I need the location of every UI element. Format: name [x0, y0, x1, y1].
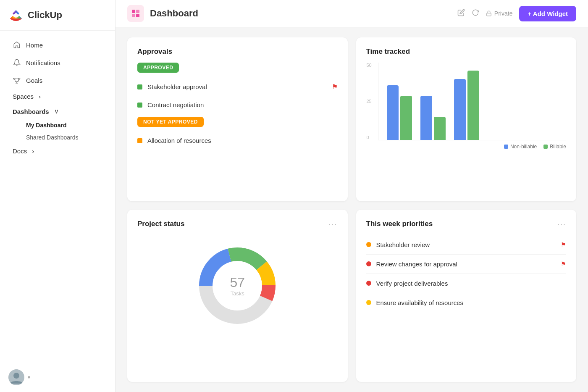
bar-green-1: [400, 96, 412, 140]
bar-group-1: [387, 85, 412, 140]
priority-item[interactable]: Stakeholder review ⚑: [366, 235, 567, 255]
pencil-icon[interactable]: [457, 9, 465, 18]
approval-item[interactable]: Stakeholder approval ⚑: [137, 78, 338, 96]
priority-item[interactable]: Review changes for approval ⚑: [366, 255, 567, 274]
shared-dashboards-label: Shared Dashboards: [26, 134, 79, 141]
header-actions: Private + Add Widget: [457, 6, 576, 21]
project-status-menu[interactable]: ···: [328, 220, 337, 229]
svg-rect-3: [136, 10, 139, 13]
avatar-chevron-icon: ▾: [28, 374, 30, 380]
privacy-label: Private: [494, 10, 513, 17]
y-label-0: 0: [367, 135, 376, 140]
chart-legend: Non-billable Billable: [366, 144, 567, 150]
home-icon: [13, 41, 21, 49]
project-status-header: Project status ···: [137, 220, 338, 229]
not-approved-badge: NOT YET APPROVED: [137, 117, 204, 127]
docs-label: Docs: [13, 147, 27, 155]
legend-billable-label: Billable: [550, 144, 566, 150]
priority-item[interactable]: Verify project deliverables: [366, 274, 567, 293]
dashboard-grid: Approvals APPROVED Stakeholder approval …: [116, 27, 588, 392]
donut-container: 57 Tasks: [137, 235, 338, 336]
y-label-25: 25: [367, 99, 376, 104]
legend-dot-green: [543, 145, 548, 149]
refresh-icon[interactable]: [472, 9, 479, 18]
bar-blue-3: [454, 79, 466, 140]
approvals-card: Approvals APPROVED Stakeholder approval …: [127, 37, 348, 201]
approved-dot: [137, 103, 142, 108]
privacy-indicator: Private: [486, 10, 513, 17]
bar-green-3: [467, 71, 479, 140]
approved-items-list: Stakeholder approval ⚑ Contract negotiat…: [137, 78, 338, 113]
sidebar-item-docs[interactable]: Docs ›: [3, 144, 112, 158]
approved-dot: [137, 84, 142, 89]
priorities-menu[interactable]: ···: [557, 220, 566, 229]
not-approved-items-list: Allocation of resources: [137, 132, 338, 149]
time-tracked-card: Time tracked 50 25 0: [356, 37, 577, 201]
sidebar: ClickUp Home Notifications Goals Spaces: [0, 0, 116, 392]
approved-badge: APPROVED: [137, 63, 179, 73]
approval-item-label: Contract negotiation: [147, 101, 204, 108]
spaces-chevron-icon: ›: [39, 93, 41, 100]
sidebar-item-goals[interactable]: Goals: [3, 72, 112, 89]
header: Dashboard Private + Add Widget: [116, 0, 588, 27]
priority-item[interactable]: Ensure availability of resources: [366, 293, 567, 312]
dashboard-header-icon: [127, 5, 144, 22]
priorities-list: Stakeholder review ⚑ Review changes for …: [366, 235, 567, 312]
legend-billable: Billable: [543, 144, 566, 150]
approval-item[interactable]: Contract negotiation: [137, 96, 338, 113]
priorities-title: This week priorities: [366, 220, 433, 228]
priority-label: Ensure availability of resources: [376, 299, 464, 306]
priority-label: Verify project deliverables: [376, 280, 448, 287]
time-chart: 50 25 0: [366, 63, 567, 155]
priority-label: Stakeholder review: [376, 241, 430, 248]
goals-label: Goals: [26, 77, 102, 84]
sidebar-logo[interactable]: ClickUp: [0, 0, 115, 31]
priorities-card: This week priorities ··· Stakeholder rev…: [356, 210, 577, 382]
spaces-label: Spaces: [13, 93, 34, 100]
approvals-title: Approvals: [137, 47, 338, 56]
legend-dot-blue: [504, 145, 508, 149]
legend-non-billable: Non-billable: [504, 144, 537, 150]
y-label-50: 50: [367, 63, 376, 68]
bell-icon: [13, 58, 21, 67]
bar-group-2: [420, 96, 446, 140]
home-label: Home: [26, 42, 102, 49]
dashboards-label: Dashboards: [13, 108, 49, 115]
approval-item-label: Stakeholder approval: [147, 83, 207, 90]
sidebar-item-home[interactable]: Home: [3, 37, 112, 53]
donut-center: 57 Tasks: [230, 275, 245, 297]
sidebar-item-my-dashboard[interactable]: My Dashboard: [3, 119, 112, 131]
main-content: Dashboard Private + Add Widget Approvals…: [116, 0, 588, 392]
sidebar-item-notifications[interactable]: Notifications: [3, 54, 112, 71]
sidebar-item-dashboards[interactable]: Dashboards ∨: [3, 104, 112, 118]
priority-dot-orange: [366, 242, 371, 247]
svg-rect-4: [132, 14, 135, 17]
time-tracked-title: Time tracked: [366, 47, 567, 56]
project-status-title: Project status: [137, 220, 184, 228]
sidebar-item-spaces[interactable]: Spaces ›: [3, 89, 112, 103]
not-approved-dot: [137, 138, 142, 143]
svg-rect-2: [132, 10, 135, 13]
svg-rect-6: [487, 13, 491, 16]
notifications-label: Notifications: [26, 59, 102, 66]
sidebar-nav: Home Notifications Goals Spaces › Dashbo…: [0, 31, 115, 164]
dashboard-title: Dashboard: [150, 8, 452, 19]
priority-dot-yellow: [366, 300, 371, 305]
flag-icon: ⚑: [332, 83, 338, 91]
donut-chart: 57 Tasks: [191, 239, 284, 332]
approval-item[interactable]: Allocation of resources: [137, 132, 338, 149]
project-status-card: Project status ···: [127, 210, 348, 382]
clickup-logo-icon: [8, 8, 24, 23]
logo-text: ClickUp: [28, 10, 62, 21]
docs-chevron-icon: ›: [32, 147, 34, 155]
task-label: Tasks: [230, 290, 245, 297]
priorities-header: This week priorities ···: [366, 220, 567, 229]
add-widget-button[interactable]: + Add Widget: [519, 6, 576, 21]
sidebar-item-shared-dashboards[interactable]: Shared Dashboards: [3, 132, 112, 143]
user-avatar-area[interactable]: ▾: [0, 363, 115, 392]
svg-rect-5: [136, 14, 139, 17]
avatar: [8, 369, 24, 385]
approval-item-label: Allocation of resources: [147, 137, 211, 144]
bar-blue-1: [387, 85, 399, 140]
priority-dot-red: [366, 281, 371, 286]
